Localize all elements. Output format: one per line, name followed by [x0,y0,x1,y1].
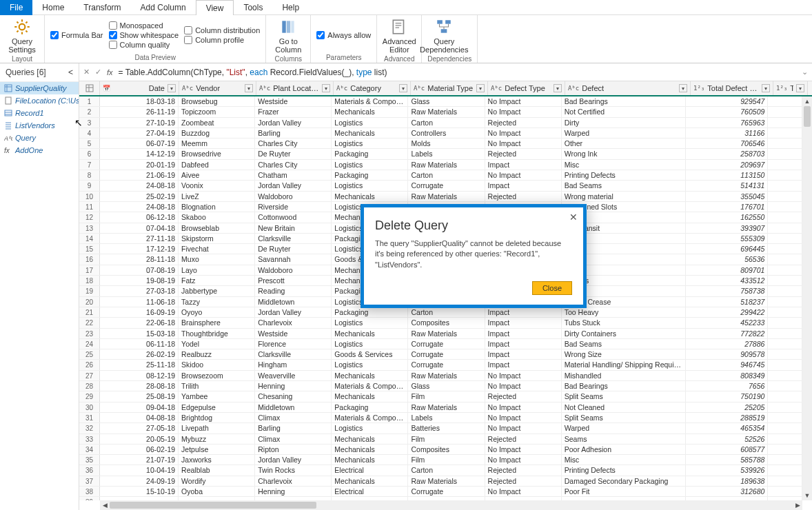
column-header-defect[interactable]: AᵇcDefect▾ [565,81,691,95]
table-row[interactable]: 2406-11-18YodelFlorenceLogisticsCorrugat… [79,339,802,349]
formula-text[interactable]: = Table.AddColumn(ChType, "List", each R… [119,68,796,77]
horizontal-scrollbar[interactable]: ◀ ▶ [100,500,802,510]
scroll-right-icon[interactable]: ▶ [793,500,802,510]
column-header-vendor[interactable]: AᵇcVendor▾ [179,81,256,95]
cell: Mechanicals [332,329,408,338]
menu-tools[interactable]: Tools [234,0,272,15]
table-row[interactable]: 2222-06-18BrainsphereCharlevoixLogistics… [79,318,802,328]
column-filter-icon[interactable]: ▾ [245,84,253,92]
dialog-close-button[interactable]: Close [532,281,572,295]
scroll-left-icon[interactable]: ◀ [100,500,110,510]
menu-transform[interactable]: Transform [74,0,130,15]
table-row[interactable]: 1025-02-19LiveZWaldoboroMechanicalsRaw M… [79,192,802,202]
scroll-up-icon[interactable]: ▲ [802,96,812,106]
table-row[interactable]: 3009-04-18EdgepulseMiddletownPackagingRa… [79,402,802,413]
table-row[interactable]: 720-01-19DabfeedCharles CityLogisticsRaw… [79,160,802,170]
column-header-material-type[interactable]: AᵇcMaterial Type▾ [411,81,488,95]
svg-rect-2 [287,21,290,32]
table-row[interactable]: 2625-11-18SkidooHinghamLogisticsCorrugat… [79,360,802,370]
table-row[interactable]: 2925-08-19YambeeChesaningMechanicalsFilm… [79,391,802,402]
table-row[interactable]: 3724-09-19WordifyCharlevoixMechanicalsRa… [79,476,802,487]
table-row[interactable]: 3320-05-19MybuzzClimaxMechanicalsFilmRej… [79,434,802,445]
table-row[interactable]: 3815-10-19OyobaHenningElectricalCorrugat… [79,487,802,497]
column-filter-icon[interactable]: ▾ [168,84,176,92]
table-row[interactable]: 2116-09-19OyoyoJordan ValleyPackagingCar… [79,307,802,318]
ribbon-group-advanced: Advanced [383,54,416,63]
table-row[interactable]: 3104-08-18BrightdogClimaxMaterials & Com… [79,413,802,423]
menu-help[interactable]: Help [272,0,309,15]
table-row[interactable]: 924-08-18VoonixJordan ValleyLogisticsCor… [79,181,802,191]
formula-cancel-icon[interactable]: ✕ [83,68,90,76]
query-item-query[interactable]: AᵇcQuery [0,132,79,144]
always-allow-checkbox[interactable]: Always allow [316,31,371,39]
menu-add-column[interactable]: Add Column [131,0,196,15]
scroll-down-icon[interactable]: ▼ [802,491,812,500]
advanced-editor-button[interactable]: Advanced Editor [383,18,416,54]
table-row[interactable]: 2315-03-18ThoughtbridgeWestsideMechanica… [79,329,802,339]
cell: Browseblab [179,223,255,233]
column-quality-checkbox[interactable]: Column quality [109,41,179,49]
column-header-date[interactable]: 📅Date▾ [100,81,179,95]
cell: Cottonwood [255,212,332,222]
show-whitespace-checkbox[interactable]: Show whitespace [109,31,179,39]
column-filter-icon[interactable]: ▾ [796,84,804,92]
formula-bar-checkbox[interactable]: Formula Bar [50,31,103,39]
column-distribution-checkbox[interactable]: Column distribution [184,26,260,34]
table-row[interactable]: 226-11-19TopiczoomFrazerMechanicalsRaw M… [79,107,802,117]
column-filter-icon[interactable]: ▾ [399,84,407,92]
go-to-column-button[interactable]: Go to Column [272,18,305,54]
cell [768,465,802,475]
column-header-total-dov[interactable]: 1²₃Total Dov▾ [773,81,808,95]
vertical-scrollbar[interactable]: ▲ ▼ [802,96,812,500]
column-filter-icon[interactable]: ▾ [679,84,687,92]
query-item-record1[interactable]: Record1 [0,107,79,119]
collapse-pane-icon[interactable]: < [68,68,73,77]
column-header-total-defect-qty[interactable]: 1²₃Total Defect Qty▾ [691,81,773,95]
query-item-addone[interactable]: fxAddOne [0,144,79,156]
table-row[interactable]: 3521-07-19JaxworksJordan ValleyMechanica… [79,455,802,465]
query-dependencies-button[interactable]: Query Dependencies [427,18,460,54]
cell: 929547 [686,96,768,106]
formula-commit-icon[interactable]: ✓ [95,68,101,76]
table-row[interactable]: 2708-12-19BrowsezoomWeavervilleMechanica… [79,371,802,381]
dialog-close-icon[interactable]: ✕ [568,212,579,223]
column-filter-icon[interactable]: ▾ [762,84,770,92]
table-row[interactable]: 3227-05-18LivepathBarlingLogisticsBatter… [79,423,802,434]
menu-view[interactable]: View [196,0,234,15]
column-profile-checkbox[interactable]: Column profile [184,36,260,44]
table-row[interactable]: 427-04-19BuzzdogBarlingMechanicalsContro… [79,128,802,139]
column-filter-icon[interactable]: ▾ [476,84,485,92]
column-filter-icon[interactable]: ▾ [554,84,562,92]
table-row[interactable]: 2526-02-19RealbuzzClarksvilleGoods & Ser… [79,349,802,360]
table-row[interactable]: 821-06-19AiveeChathamPackagingCartonNo I… [79,170,802,181]
column-header-plant-location[interactable]: AᵇcPlant Location▾ [256,81,334,95]
cell: 299422 [686,307,768,317]
cell: Raw Materials [408,329,485,338]
monospaced-checkbox[interactable]: Monospaced [109,21,179,30]
fx-icon[interactable]: fx [107,68,113,76]
query-item-filelocation-c-users-[interactable]: FileLocation (C:\Users... [0,94,79,107]
table-row[interactable]: 506-07-19MeemmCharles CityLogisticsMolds… [79,139,802,149]
menu-file[interactable]: File [0,0,32,15]
scroll-thumb-v[interactable] [804,106,811,127]
formula-expand-icon[interactable]: ⌄ [802,68,808,76]
table-row[interactable]: 118-03-18BrowsebugWestsideMaterials & Co… [79,96,802,107]
menu-home[interactable]: Home [32,0,74,15]
table-row[interactable]: 3406-02-19JetpulseRiptonMechanicalsCompo… [79,445,802,455]
cell: 452233 [686,318,768,327]
query-item-supplierquality[interactable]: SupplierQuality [0,82,79,94]
table-row[interactable]: 614-12-19BrowsedriveDe RuyterPackagingLa… [79,149,802,159]
scroll-thumb-h[interactable] [110,502,316,509]
column-header-category[interactable]: AᵇcCategory▾ [334,81,411,95]
cell: Film [408,391,485,401]
cell: Wordify [179,476,255,486]
column-header-defect-type[interactable]: AᵇcDefect Type▾ [488,81,565,95]
query-item-listvendors[interactable]: ListVendors [0,119,79,132]
table-row[interactable]: 327-10-19ZoombeatJordan ValleyLogisticsC… [79,118,802,128]
table-row[interactable]: 2828-08-18TrilithHenningMaterials & Comp… [79,381,802,391]
column-filter-icon[interactable]: ▾ [322,84,330,92]
cell: Riverside [255,202,332,212]
row-header-corner[interactable] [79,81,100,95]
table-row[interactable]: 3610-04-19RealblabTwin RocksElectricalCa… [79,465,802,476]
query-settings-button[interactable]: Query Settings [6,18,39,54]
